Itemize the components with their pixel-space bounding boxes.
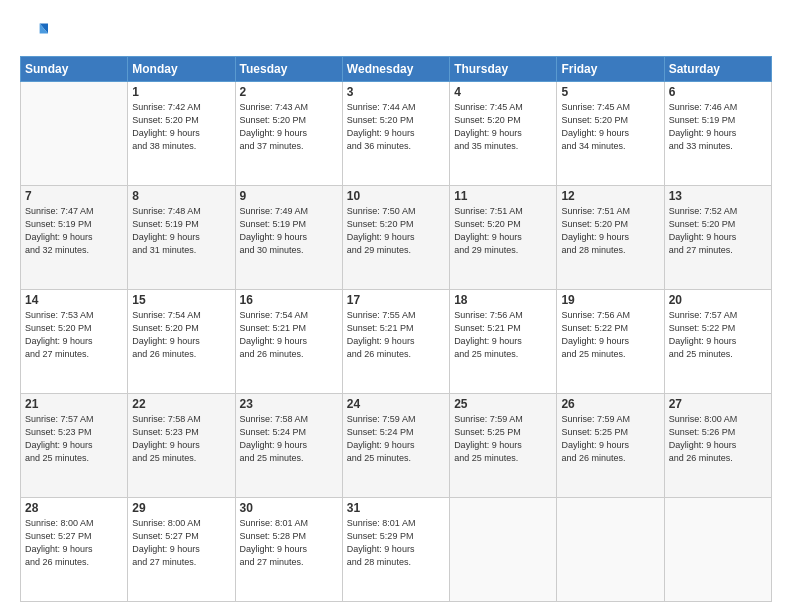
- day-number: 23: [240, 397, 338, 411]
- calendar-cell: 22Sunrise: 7:58 AM Sunset: 5:23 PM Dayli…: [128, 394, 235, 498]
- week-row-2: 7Sunrise: 7:47 AM Sunset: 5:19 PM Daylig…: [21, 186, 772, 290]
- calendar-cell: [21, 82, 128, 186]
- day-info: Sunrise: 8:01 AM Sunset: 5:29 PM Dayligh…: [347, 517, 445, 569]
- day-number: 14: [25, 293, 123, 307]
- calendar-table: SundayMondayTuesdayWednesdayThursdayFrid…: [20, 56, 772, 602]
- weekday-header-monday: Monday: [128, 57, 235, 82]
- day-number: 4: [454, 85, 552, 99]
- calendar-cell: 25Sunrise: 7:59 AM Sunset: 5:25 PM Dayli…: [450, 394, 557, 498]
- calendar-cell: 8Sunrise: 7:48 AM Sunset: 5:19 PM Daylig…: [128, 186, 235, 290]
- calendar-cell: 5Sunrise: 7:45 AM Sunset: 5:20 PM Daylig…: [557, 82, 664, 186]
- week-row-3: 14Sunrise: 7:53 AM Sunset: 5:20 PM Dayli…: [21, 290, 772, 394]
- day-info: Sunrise: 7:56 AM Sunset: 5:21 PM Dayligh…: [454, 309, 552, 361]
- weekday-header-tuesday: Tuesday: [235, 57, 342, 82]
- calendar-cell: 28Sunrise: 8:00 AM Sunset: 5:27 PM Dayli…: [21, 498, 128, 602]
- calendar-cell: 24Sunrise: 7:59 AM Sunset: 5:24 PM Dayli…: [342, 394, 449, 498]
- calendar-cell: 1Sunrise: 7:42 AM Sunset: 5:20 PM Daylig…: [128, 82, 235, 186]
- logo: [20, 18, 52, 46]
- day-info: Sunrise: 7:43 AM Sunset: 5:20 PM Dayligh…: [240, 101, 338, 153]
- calendar-cell: 3Sunrise: 7:44 AM Sunset: 5:20 PM Daylig…: [342, 82, 449, 186]
- day-info: Sunrise: 7:42 AM Sunset: 5:20 PM Dayligh…: [132, 101, 230, 153]
- calendar-cell: 31Sunrise: 8:01 AM Sunset: 5:29 PM Dayli…: [342, 498, 449, 602]
- day-info: Sunrise: 7:51 AM Sunset: 5:20 PM Dayligh…: [561, 205, 659, 257]
- day-number: 19: [561, 293, 659, 307]
- day-number: 11: [454, 189, 552, 203]
- calendar-cell: 19Sunrise: 7:56 AM Sunset: 5:22 PM Dayli…: [557, 290, 664, 394]
- calendar-cell: 23Sunrise: 7:58 AM Sunset: 5:24 PM Dayli…: [235, 394, 342, 498]
- day-number: 17: [347, 293, 445, 307]
- day-number: 20: [669, 293, 767, 307]
- calendar-cell: 21Sunrise: 7:57 AM Sunset: 5:23 PM Dayli…: [21, 394, 128, 498]
- day-info: Sunrise: 7:47 AM Sunset: 5:19 PM Dayligh…: [25, 205, 123, 257]
- weekday-header-sunday: Sunday: [21, 57, 128, 82]
- day-number: 22: [132, 397, 230, 411]
- calendar-cell: 2Sunrise: 7:43 AM Sunset: 5:20 PM Daylig…: [235, 82, 342, 186]
- calendar-cell: 13Sunrise: 7:52 AM Sunset: 5:20 PM Dayli…: [664, 186, 771, 290]
- calendar-cell: 17Sunrise: 7:55 AM Sunset: 5:21 PM Dayli…: [342, 290, 449, 394]
- day-number: 8: [132, 189, 230, 203]
- day-info: Sunrise: 8:00 AM Sunset: 5:27 PM Dayligh…: [25, 517, 123, 569]
- calendar-cell: [450, 498, 557, 602]
- calendar-cell: 20Sunrise: 7:57 AM Sunset: 5:22 PM Dayli…: [664, 290, 771, 394]
- day-info: Sunrise: 7:54 AM Sunset: 5:20 PM Dayligh…: [132, 309, 230, 361]
- day-info: Sunrise: 7:45 AM Sunset: 5:20 PM Dayligh…: [561, 101, 659, 153]
- day-number: 10: [347, 189, 445, 203]
- calendar-cell: 10Sunrise: 7:50 AM Sunset: 5:20 PM Dayli…: [342, 186, 449, 290]
- day-number: 30: [240, 501, 338, 515]
- week-row-4: 21Sunrise: 7:57 AM Sunset: 5:23 PM Dayli…: [21, 394, 772, 498]
- day-number: 9: [240, 189, 338, 203]
- calendar-cell: 4Sunrise: 7:45 AM Sunset: 5:20 PM Daylig…: [450, 82, 557, 186]
- logo-icon: [20, 18, 48, 46]
- day-info: Sunrise: 7:45 AM Sunset: 5:20 PM Dayligh…: [454, 101, 552, 153]
- day-info: Sunrise: 7:46 AM Sunset: 5:19 PM Dayligh…: [669, 101, 767, 153]
- header: [20, 18, 772, 46]
- day-info: Sunrise: 7:58 AM Sunset: 5:23 PM Dayligh…: [132, 413, 230, 465]
- day-info: Sunrise: 7:57 AM Sunset: 5:23 PM Dayligh…: [25, 413, 123, 465]
- calendar-cell: 11Sunrise: 7:51 AM Sunset: 5:20 PM Dayli…: [450, 186, 557, 290]
- day-number: 24: [347, 397, 445, 411]
- day-info: Sunrise: 7:58 AM Sunset: 5:24 PM Dayligh…: [240, 413, 338, 465]
- calendar-cell: 18Sunrise: 7:56 AM Sunset: 5:21 PM Dayli…: [450, 290, 557, 394]
- day-number: 12: [561, 189, 659, 203]
- calendar-cell: 12Sunrise: 7:51 AM Sunset: 5:20 PM Dayli…: [557, 186, 664, 290]
- day-info: Sunrise: 7:48 AM Sunset: 5:19 PM Dayligh…: [132, 205, 230, 257]
- day-number: 5: [561, 85, 659, 99]
- calendar-cell: 14Sunrise: 7:53 AM Sunset: 5:20 PM Dayli…: [21, 290, 128, 394]
- day-number: 25: [454, 397, 552, 411]
- day-info: Sunrise: 7:59 AM Sunset: 5:24 PM Dayligh…: [347, 413, 445, 465]
- calendar-cell: 7Sunrise: 7:47 AM Sunset: 5:19 PM Daylig…: [21, 186, 128, 290]
- day-info: Sunrise: 7:51 AM Sunset: 5:20 PM Dayligh…: [454, 205, 552, 257]
- calendar-cell: [664, 498, 771, 602]
- day-number: 21: [25, 397, 123, 411]
- day-number: 27: [669, 397, 767, 411]
- weekday-header-row: SundayMondayTuesdayWednesdayThursdayFrid…: [21, 57, 772, 82]
- day-number: 3: [347, 85, 445, 99]
- day-number: 6: [669, 85, 767, 99]
- day-number: 16: [240, 293, 338, 307]
- day-number: 15: [132, 293, 230, 307]
- calendar-cell: 16Sunrise: 7:54 AM Sunset: 5:21 PM Dayli…: [235, 290, 342, 394]
- day-number: 29: [132, 501, 230, 515]
- day-number: 18: [454, 293, 552, 307]
- day-number: 1: [132, 85, 230, 99]
- calendar-cell: 26Sunrise: 7:59 AM Sunset: 5:25 PM Dayli…: [557, 394, 664, 498]
- day-number: 2: [240, 85, 338, 99]
- weekday-header-friday: Friday: [557, 57, 664, 82]
- day-info: Sunrise: 7:59 AM Sunset: 5:25 PM Dayligh…: [454, 413, 552, 465]
- day-info: Sunrise: 7:55 AM Sunset: 5:21 PM Dayligh…: [347, 309, 445, 361]
- day-info: Sunrise: 7:57 AM Sunset: 5:22 PM Dayligh…: [669, 309, 767, 361]
- weekday-header-wednesday: Wednesday: [342, 57, 449, 82]
- day-info: Sunrise: 7:50 AM Sunset: 5:20 PM Dayligh…: [347, 205, 445, 257]
- day-info: Sunrise: 7:49 AM Sunset: 5:19 PM Dayligh…: [240, 205, 338, 257]
- day-number: 13: [669, 189, 767, 203]
- calendar-cell: 30Sunrise: 8:01 AM Sunset: 5:28 PM Dayli…: [235, 498, 342, 602]
- calendar-cell: 9Sunrise: 7:49 AM Sunset: 5:19 PM Daylig…: [235, 186, 342, 290]
- page: SundayMondayTuesdayWednesdayThursdayFrid…: [0, 0, 792, 612]
- calendar-cell: 6Sunrise: 7:46 AM Sunset: 5:19 PM Daylig…: [664, 82, 771, 186]
- day-info: Sunrise: 8:01 AM Sunset: 5:28 PM Dayligh…: [240, 517, 338, 569]
- calendar-cell: 15Sunrise: 7:54 AM Sunset: 5:20 PM Dayli…: [128, 290, 235, 394]
- calendar-cell: 27Sunrise: 8:00 AM Sunset: 5:26 PM Dayli…: [664, 394, 771, 498]
- day-info: Sunrise: 7:44 AM Sunset: 5:20 PM Dayligh…: [347, 101, 445, 153]
- day-info: Sunrise: 7:59 AM Sunset: 5:25 PM Dayligh…: [561, 413, 659, 465]
- week-row-1: 1Sunrise: 7:42 AM Sunset: 5:20 PM Daylig…: [21, 82, 772, 186]
